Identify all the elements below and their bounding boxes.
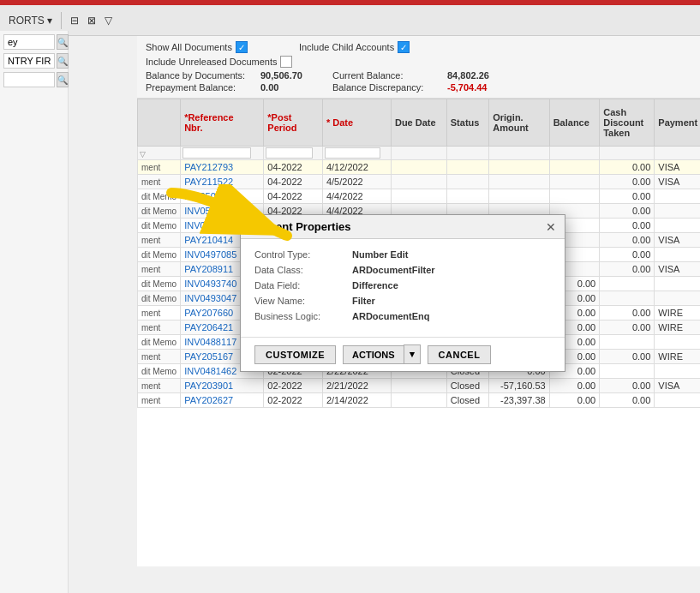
cell-method: WIRE xyxy=(655,306,700,320)
table-row: mentPAY21279304-20224/12/20220.00VISA309… xyxy=(138,160,701,175)
separator-1 xyxy=(61,12,62,29)
search-btn-1[interactable]: 🔍 xyxy=(57,34,69,50)
cell-method xyxy=(655,248,700,262)
cell-type: ment xyxy=(138,350,181,364)
ref-link[interactable]: PAY212793 xyxy=(184,162,233,172)
cell-date: 4/5/2022 xyxy=(322,175,391,189)
filter-status xyxy=(446,147,488,160)
cell-method: VISA xyxy=(655,379,700,393)
ref-link[interactable]: PAY207660 xyxy=(184,308,233,318)
include-child-checkbox[interactable]: ✓ xyxy=(398,41,410,53)
control-type-value: Number Edit xyxy=(352,249,551,260)
ref-link[interactable]: INV0501385 xyxy=(184,220,236,231)
cell-type: ment xyxy=(138,262,181,277)
col-payment[interactable]: Payment Method xyxy=(655,99,700,147)
search-btn-2[interactable]: 🔍 xyxy=(57,53,69,69)
ref-link[interactable]: PAY211522 xyxy=(184,177,233,187)
table-row: mentPAY21152204-20224/5/20220.00VISA3085… xyxy=(138,175,701,189)
discrepancy-value: -5,704.44 xyxy=(447,82,516,93)
cell-status xyxy=(446,189,488,204)
cell-method: WIRE xyxy=(655,320,700,335)
cell-type: dit Memo xyxy=(138,335,181,350)
search-input-2[interactable] xyxy=(3,53,55,69)
ref-link[interactable]: PAY208911 xyxy=(184,264,233,274)
filter-ref[interactable] xyxy=(181,147,264,160)
search-input-3[interactable] xyxy=(3,72,55,87)
cell-cash: 0.00 xyxy=(600,350,655,364)
ref-link[interactable]: INV0488117 xyxy=(184,337,236,347)
modal-close-button[interactable]: ✕ xyxy=(546,221,556,233)
ref-link[interactable]: PAY206421 xyxy=(184,322,233,332)
ref-link[interactable]: PAY203901 xyxy=(184,380,233,391)
cell-origin xyxy=(489,160,549,175)
cell-date: 2/14/2022 xyxy=(322,393,391,408)
col-balance[interactable]: Balance xyxy=(549,99,600,147)
cell-cash xyxy=(600,364,655,379)
filter-balance xyxy=(549,147,600,160)
col-cash[interactable]: CashDiscountTaken xyxy=(600,99,655,147)
col-origin[interactable]: Origin.Amount xyxy=(489,99,549,147)
reports-button[interactable]: RORTS ▾ xyxy=(9,15,52,27)
data-class-label: Data Class: xyxy=(254,265,349,275)
cancel-button[interactable]: CANCEL xyxy=(428,345,492,364)
cell-post: 02-2022 xyxy=(264,379,323,393)
actions-dropdown-button[interactable]: ▾ xyxy=(404,344,421,364)
cell-ref: INV0501863 xyxy=(181,189,264,204)
customize-button[interactable]: CUSTOMIZE xyxy=(254,345,336,364)
search-input-1[interactable] xyxy=(3,34,55,50)
ref-link[interactable]: PAY202627 xyxy=(184,395,233,405)
include-unreleased-checkbox[interactable] xyxy=(280,56,292,68)
view-name-label: View Name: xyxy=(254,296,349,306)
cell-method: VISA xyxy=(655,175,700,189)
cell-type: ment xyxy=(138,379,181,393)
col-ref[interactable]: *ReferenceNbr. xyxy=(181,99,264,147)
ref-link[interactable]: INV0493047 xyxy=(184,293,236,303)
table-row: dit MemoINV050186304-20224/4/20220.00Ret… xyxy=(138,189,701,204)
filter-icon-btn[interactable]: ▽ xyxy=(105,15,112,27)
balance-by-label: Balance by Documents: xyxy=(146,70,257,81)
ref-link[interactable]: INV0502573 xyxy=(184,206,236,216)
cell-cash: 0.00 xyxy=(600,189,655,204)
cell-post: 04-2022 xyxy=(264,189,323,204)
ref-link[interactable]: INV0501863 xyxy=(184,191,236,201)
actions-main-button[interactable]: ACTIONS xyxy=(343,345,404,364)
col-status[interactable]: Status xyxy=(446,99,488,147)
show-all-docs-checkbox[interactable]: ✓ xyxy=(236,41,248,53)
cell-due xyxy=(391,175,446,189)
col-post[interactable]: *PostPeriod xyxy=(264,99,323,147)
cell-cash xyxy=(600,277,655,291)
cell-origin: -57,160.53 xyxy=(489,379,549,393)
include-child-label: Include Child Accounts xyxy=(299,42,394,52)
ref-link[interactable]: INV0481462 xyxy=(184,366,236,376)
cell-type: dit Memo xyxy=(138,189,181,204)
cell-method: VISA xyxy=(655,262,700,277)
cell-type: ment xyxy=(138,233,181,248)
cell-cash: 0.00 xyxy=(600,219,655,233)
filter-date[interactable] xyxy=(322,147,391,160)
filter-cash xyxy=(600,147,655,160)
toolbar-icon1[interactable]: ⊟ xyxy=(70,15,79,27)
ref-link[interactable]: INV0493740 xyxy=(184,279,236,289)
include-unreleased-label: Include Unreleased Documents xyxy=(146,57,277,67)
ref-link[interactable]: INV0497085 xyxy=(184,249,236,260)
cell-cash xyxy=(600,335,655,350)
cell-cash xyxy=(600,291,655,306)
cell-type: ment xyxy=(138,306,181,320)
cell-type: dit Memo xyxy=(138,364,181,379)
filter-post[interactable] xyxy=(264,147,323,160)
ref-link[interactable]: PAY210414 xyxy=(184,235,233,245)
prepayment-label: Prepayment Balance: xyxy=(146,82,257,93)
current-balance-label: Current Balance: xyxy=(332,70,444,81)
toolbar-icon2[interactable]: ⊠ xyxy=(87,15,96,27)
col-due[interactable]: Due Date xyxy=(391,99,446,147)
cell-status: Closed xyxy=(446,379,488,393)
search-btn-3[interactable]: 🔍 xyxy=(57,72,69,87)
cell-method xyxy=(655,204,700,219)
cell-method xyxy=(655,189,700,204)
modal-footer: CUSTOMIZE ACTIONS ▾ CANCEL xyxy=(241,337,565,371)
col-date[interactable]: * Date xyxy=(322,99,391,147)
control-type-row: Control Type: Number Edit xyxy=(254,249,551,260)
ref-link[interactable]: PAY205167 xyxy=(184,351,233,362)
data-field-label: Data Field: xyxy=(254,280,349,291)
discrepancy-label: Balance Discrepancy: xyxy=(332,82,444,93)
